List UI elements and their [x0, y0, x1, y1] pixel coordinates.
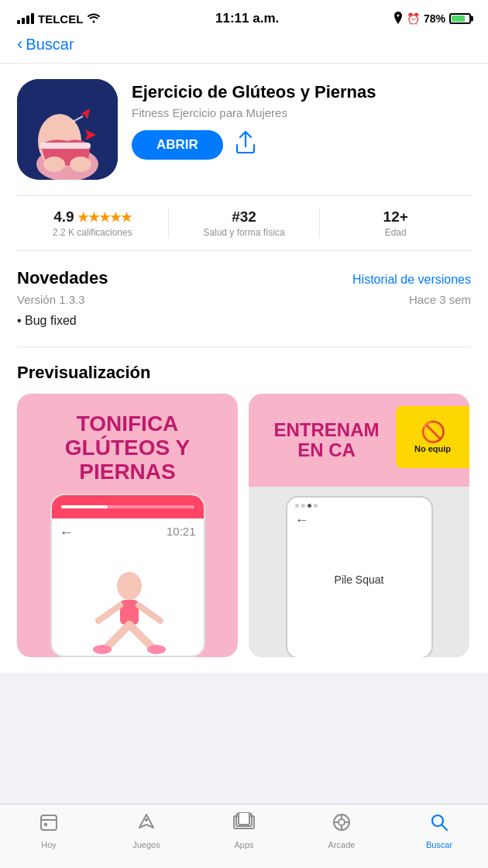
tab-juegos-label: Juegos — [132, 840, 160, 849]
tab-apps[interactable]: Apps — [195, 812, 293, 849]
buscar-icon — [429, 812, 449, 838]
status-bar: TELCEL 11:11 a.m. ⏰ 78% — [0, 0, 488, 33]
rank-label: Salud y forma física — [169, 227, 320, 238]
svg-point-18 — [145, 818, 148, 822]
svg-rect-21 — [239, 812, 249, 825]
svg-line-10 — [129, 625, 153, 648]
juegos-icon — [136, 812, 156, 838]
svg-rect-17 — [44, 823, 47, 826]
svg-point-5 — [70, 157, 91, 172]
arcade-icon — [332, 812, 352, 838]
time-ago: Hace 3 sem — [409, 293, 471, 306]
preview-scroll[interactable]: TONIFICA GLÚTEOS Y PIERNAS ← 10:21 — [17, 394, 471, 657]
signal-icon — [17, 13, 34, 24]
tab-buscar[interactable]: Buscar — [390, 812, 488, 849]
preview-section: Previsualización TONIFICA GLÚTEOS Y PIER… — [17, 363, 471, 657]
svg-point-23 — [339, 819, 345, 825]
section-divider — [17, 346, 471, 347]
stats-row: 4.9 ★★★★★ 2.2 K calificaciones #32 Salud… — [17, 195, 471, 251]
svg-point-12 — [147, 645, 166, 654]
back-button[interactable]: ‹ Buscar — [17, 36, 471, 53]
version-history-link[interactable]: Historial de versiones — [352, 273, 471, 287]
svg-line-29 — [442, 825, 448, 831]
stat-rating: 4.9 ★★★★★ 2.2 K calificaciones — [17, 208, 169, 238]
version-label: Versión 1.3.3 — [17, 293, 85, 306]
bug-text: • Bug fixed — [17, 312, 471, 329]
novedades-title: Novedades — [17, 268, 108, 288]
svg-line-13 — [98, 605, 120, 621]
svg-point-4 — [43, 157, 65, 172]
open-button[interactable]: ABRIR — [132, 130, 223, 160]
app-actions: ABRIR — [132, 130, 471, 160]
rating-value: 4.9 — [53, 208, 74, 226]
wifi-icon — [87, 12, 101, 26]
app-info: Ejercicio de Glúteos y Piernas Fitness E… — [132, 79, 471, 160]
stat-age: 12+ Edad — [320, 208, 471, 238]
hoy-icon — [39, 812, 59, 838]
apps-icon — [232, 812, 256, 838]
status-right: ⏰ 78% — [393, 12, 471, 26]
rating-label: 2.2 K calificaciones — [17, 227, 168, 238]
tab-hoy-label: Hoy — [41, 840, 57, 849]
tab-bar: Hoy Juegos Apps — [0, 804, 488, 868]
nav-bar: ‹ Buscar — [0, 33, 488, 64]
location-icon — [393, 12, 403, 26]
age-label: Edad — [320, 227, 471, 238]
preview2-title: ENTRENAM EN CA — [261, 420, 392, 461]
preview-card-1[interactable]: TONIFICA GLÚTEOS Y PIERNAS ← 10:21 — [17, 394, 238, 657]
preview1-phone: ← 10:21 — [50, 494, 205, 658]
tab-hoy[interactable]: Hoy — [0, 812, 98, 849]
pile-squat-label: Pile Squat — [287, 574, 431, 586]
svg-rect-15 — [41, 815, 57, 830]
no-equip-label: No equip — [414, 444, 451, 454]
stat-rank: #32 Salud y forma física — [169, 208, 321, 238]
share-button[interactable] — [235, 131, 256, 159]
version-row: Versión 1.3.3 Hace 3 sem — [17, 293, 471, 306]
app-header: Ejercicio de Glúteos y Piernas Fitness E… — [17, 79, 471, 180]
back-chevron-icon: ‹ — [17, 36, 22, 53]
phone-time: 10:21 — [167, 525, 196, 538]
rating-stars: ★★★★★ — [77, 210, 132, 225]
app-subtitle: Fitness Ejercicio para Mujeres — [132, 106, 471, 119]
tab-arcade-label: Arcade — [328, 840, 356, 849]
svg-point-7 — [117, 572, 142, 600]
back-label: Buscar — [26, 36, 74, 53]
preview1-title: TONIFICA GLÚTEOS Y PIERNAS — [17, 412, 238, 484]
alarm-icon: ⏰ — [407, 12, 420, 25]
preview-card-2[interactable]: 🚫 No equip ENTRENAM EN CA — [249, 394, 469, 657]
tab-arcade[interactable]: Arcade — [293, 812, 390, 849]
preview-title: Previsualización — [17, 363, 471, 383]
tab-juegos[interactable]: Juegos — [98, 812, 195, 849]
status-time: 11:11 a.m. — [215, 11, 279, 26]
tab-buscar-label: Buscar — [426, 840, 452, 849]
battery-percentage: 78% — [424, 12, 445, 25]
svg-point-11 — [93, 645, 112, 654]
app-title: Ejercicio de Glúteos y Piernas — [132, 82, 471, 102]
battery-icon — [449, 13, 471, 24]
app-detail-page: Ejercicio de Glúteos y Piernas Fitness E… — [0, 64, 488, 673]
status-left: TELCEL — [17, 12, 101, 26]
age-value: 12+ — [383, 208, 408, 226]
svg-line-14 — [139, 605, 160, 621]
carrier-name: TELCEL — [38, 12, 83, 26]
app-icon — [17, 79, 118, 180]
tab-apps-label: Apps — [234, 840, 253, 849]
rank-value: #32 — [232, 208, 256, 226]
novedades-section: Novedades Historial de versiones Versión… — [17, 268, 471, 329]
svg-line-9 — [106, 625, 129, 648]
novedades-header: Novedades Historial de versiones — [17, 268, 471, 288]
svg-rect-3 — [40, 143, 91, 149]
